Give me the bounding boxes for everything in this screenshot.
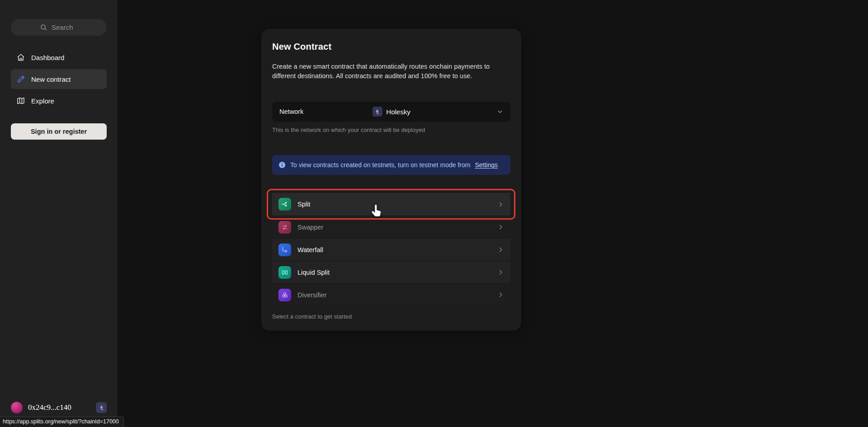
- sidebar-item-explore[interactable]: Explore: [11, 91, 107, 111]
- network-helper-text: This is the network on which your contra…: [272, 127, 510, 133]
- wallet-row: 0x24c9...c140: [11, 402, 107, 413]
- chevron-right-icon: [497, 291, 504, 298]
- info-icon: [278, 161, 286, 169]
- sidebar-item-dashboard[interactable]: Dashboard: [11, 47, 107, 67]
- contract-type-list: Split Swapper: [272, 193, 510, 306]
- status-bar-url: https://app.splits.org/new/split/?chainI…: [0, 417, 124, 427]
- contract-row-swapper[interactable]: Swapper: [272, 216, 510, 238]
- testnet-info-banner: To view contracts created on testnets, t…: [272, 155, 510, 175]
- contract-row-label: Swapper: [297, 224, 323, 231]
- holesky-network-icon: [372, 107, 382, 117]
- page-title: New Contract: [272, 42, 510, 52]
- list-footer-hint: Select a contract to get started: [272, 313, 510, 320]
- sidebar-nav: Dashboard New contract Explore: [11, 47, 107, 111]
- wallet-address[interactable]: 0x24c9...c140: [28, 403, 71, 412]
- search-input[interactable]: [52, 23, 78, 31]
- card-description: Create a new smart contract that automat…: [272, 62, 508, 81]
- liquid-split-icon: [278, 266, 291, 279]
- network-select[interactable]: Network Holesky: [272, 102, 510, 122]
- swapper-icon: [278, 221, 291, 234]
- wallet-avatar[interactable]: [11, 402, 23, 413]
- banner-text: To view contracts created on testnets, t…: [290, 161, 470, 169]
- diversifier-icon: [278, 289, 291, 301]
- contract-row-waterfall[interactable]: Waterfall: [272, 238, 510, 261]
- holesky-network-icon: [98, 404, 105, 411]
- pencil-icon: [16, 75, 25, 84]
- contract-row-label: Liquid Split: [297, 269, 330, 276]
- chevron-right-icon: [497, 269, 504, 276]
- contract-row-split[interactable]: Split: [272, 193, 510, 216]
- sidebar-item-label: New contract: [31, 75, 71, 83]
- chevron-right-icon: [497, 246, 504, 253]
- sidebar: Dashboard New contract Explore Sign in o…: [0, 0, 118, 427]
- settings-link[interactable]: Settings: [475, 161, 498, 169]
- map-icon: [16, 96, 25, 105]
- new-contract-card: New Contract Create a new smart contract…: [261, 29, 521, 331]
- split-icon: [278, 198, 291, 211]
- sidebar-item-label: Explore: [31, 97, 54, 105]
- contract-row-label: Waterfall: [297, 246, 323, 253]
- chevron-down-icon: [497, 108, 503, 115]
- search-icon: [40, 23, 47, 31]
- sidebar-item-label: Dashboard: [31, 54, 64, 61]
- sidebar-item-new-contract[interactable]: New contract: [11, 69, 107, 89]
- contract-row-label: Diversifier: [297, 291, 326, 299]
- network-select-label: Network: [279, 108, 303, 115]
- contract-row-diversifier[interactable]: Diversifier: [272, 283, 510, 306]
- contract-row-label: Split: [297, 201, 310, 208]
- search-bar[interactable]: [11, 19, 107, 36]
- waterfall-icon: [278, 244, 291, 256]
- chevron-right-icon: [497, 224, 504, 230]
- network-selected-name: Holesky: [386, 108, 410, 116]
- sign-in-button[interactable]: Sign in or register: [11, 123, 107, 140]
- network-select-value: Holesky: [372, 107, 410, 117]
- network-badge[interactable]: [96, 402, 107, 413]
- contract-row-liquid-split[interactable]: Liquid Split: [272, 261, 510, 283]
- home-icon: [16, 53, 25, 62]
- main-area: New Contract Create a new smart contract…: [118, 29, 868, 331]
- chevron-right-icon: [497, 201, 504, 208]
